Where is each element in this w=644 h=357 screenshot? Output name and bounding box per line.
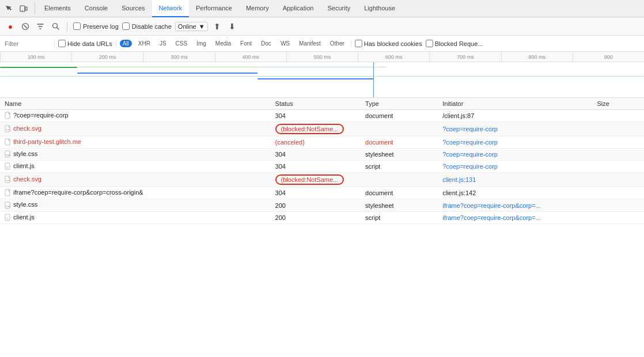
cell-name-4[interactable]: JSclient.js [0, 161, 271, 173]
cell-status-0: 304 [271, 110, 361, 122]
cell-status-2: (canceled) [271, 136, 361, 149]
cell-name-6[interactable]: iframe?coep=require-corp&corp=cross-orig… [0, 187, 271, 199]
file-icon: CSS [5, 201, 13, 208]
blocked-badge: (blocked:NotSame... [275, 124, 344, 134]
filter-type-all[interactable]: All [120, 40, 132, 47]
col-size[interactable]: Size [593, 98, 644, 110]
cell-initiator-3[interactable]: ?coep=require-corp [438, 149, 592, 161]
filter-type-media[interactable]: Media [213, 40, 234, 47]
tab-performance[interactable]: Performance [189, 0, 239, 17]
filter-type-js[interactable]: JS [157, 40, 169, 47]
svg-text:SVG: SVG [6, 179, 10, 182]
chevron-down-icon: ▼ [199, 23, 205, 30]
cell-initiator-5[interactable]: client.js:131 [438, 173, 592, 187]
search-icon[interactable] [50, 21, 61, 32]
upload-button[interactable]: ⬆ [211, 21, 223, 32]
tab-network[interactable]: Network [152, 0, 189, 17]
cell-name-1[interactable]: SVGcheck.svg [0, 122, 271, 136]
table-row: third-party-test.glitch.me(canceled)docu… [0, 136, 644, 149]
cell-type-3: stylesheet [361, 149, 438, 161]
cell-status-1: (blocked:NotSame... [271, 122, 361, 136]
tab-console[interactable]: Console [78, 0, 115, 17]
cell-status-5: (blocked:NotSame... [271, 173, 361, 187]
toolbar-sep-1 [67, 22, 67, 31]
cell-initiator-4[interactable]: ?coep=require-corp [438, 161, 592, 173]
cell-size-0 [593, 110, 644, 122]
tab-elements[interactable]: Elements [37, 0, 78, 17]
cell-name-8[interactable]: JSclient.js [0, 211, 271, 223]
filter-type-font[interactable]: Font [237, 40, 255, 47]
filter-icon[interactable] [35, 21, 46, 32]
cell-name-2[interactable]: third-party-test.glitch.me [0, 136, 271, 149]
cell-size-4 [593, 161, 644, 173]
svg-rect-10 [5, 139, 10, 145]
col-name[interactable]: Name [0, 98, 271, 110]
filter-type-doc[interactable]: Doc [258, 40, 274, 47]
waterfall-bar-2 [0, 67, 387, 67]
tab-lighthouse[interactable]: Lighthouse [357, 0, 402, 17]
network-table-container[interactable]: Name Status Type Initiator Size ?coep=re… [0, 98, 644, 357]
has-blocked-cookies-label[interactable]: Has blocked cookies [355, 40, 422, 47]
tick-700ms: 700 ms [429, 52, 501, 62]
cell-initiator-0: /client.js:87 [438, 110, 592, 122]
filter-input[interactable] [5, 40, 51, 47]
record-button[interactable]: ● [5, 21, 16, 32]
cell-size-6 [593, 187, 644, 199]
cell-type-1 [361, 122, 438, 136]
filter-type-other[interactable]: Other [327, 40, 347, 47]
has-blocked-cookies-checkbox[interactable] [355, 40, 362, 47]
col-type[interactable]: Type [361, 98, 438, 110]
download-button[interactable]: ⬇ [226, 21, 238, 32]
filter-type-manifest[interactable]: Manifest [296, 40, 324, 47]
cell-type-2: document [361, 136, 438, 149]
blocked-requests-checkbox[interactable] [426, 40, 433, 47]
cell-name-0[interactable]: ?coep=require-corp [0, 110, 271, 122]
cell-initiator-8[interactable]: iframe?coep=require-corp&corp=... [438, 211, 592, 223]
tab-security[interactable]: Security [320, 0, 357, 17]
tab-memory[interactable]: Memory [239, 0, 276, 17]
col-initiator[interactable]: Initiator [438, 98, 592, 110]
cell-initiator-7[interactable]: iframe?coep=require-corp&corp=... [438, 199, 592, 211]
waterfall-bar-5 [257, 78, 373, 79]
network-table: Name Status Type Initiator Size ?coep=re… [0, 98, 644, 224]
timeline-ruler: 100 ms 200 ms 300 ms 400 ms 500 ms 600 m… [0, 52, 644, 62]
svg-point-2 [22, 10, 23, 11]
cell-status-4: 304 [271, 161, 361, 173]
hide-data-urls-label[interactable]: Hide data URLs [58, 40, 112, 47]
cell-size-5 [593, 173, 644, 187]
filter-type-xhr[interactable]: XHR [135, 40, 153, 47]
throttle-select[interactable]: Online ▼ [175, 22, 208, 31]
filter-type-ws[interactable]: WS [278, 40, 293, 47]
filter-type-img[interactable]: Img [194, 40, 209, 47]
tab-sources[interactable]: Sources [115, 0, 151, 17]
filter-sep-3 [351, 40, 351, 48]
cell-initiator-2[interactable]: ?coep=require-corp [438, 136, 592, 149]
svg-line-4 [24, 25, 27, 28]
clear-button[interactable] [20, 21, 31, 32]
cell-initiator-1[interactable]: ?coep=require-corp [438, 122, 592, 136]
cell-name-7[interactable]: CSSstyle.css [0, 199, 271, 211]
tab-application[interactable]: Application [276, 0, 321, 17]
cell-type-8: script [361, 211, 438, 223]
table-row: CSSstyle.css304stylesheet?coep=require-c… [0, 149, 644, 161]
svg-rect-17 [5, 189, 10, 196]
preserve-log-label[interactable]: Preserve log [73, 22, 119, 30]
disable-cache-label[interactable]: Disable cache [122, 22, 172, 30]
blocked-requests-label[interactable]: Blocked Reque... [426, 40, 483, 47]
cell-name-3[interactable]: CSSstyle.css [0, 149, 271, 161]
device-icon[interactable] [17, 2, 30, 15]
table-row: SVGcheck.svg(blocked:NotSame...?coep=req… [0, 122, 644, 136]
svg-text:CSS: CSS [6, 154, 11, 157]
tick-600ms: 600 ms [358, 52, 429, 62]
disable-cache-checkbox[interactable] [122, 22, 130, 30]
preserve-log-checkbox[interactable] [73, 22, 81, 30]
table-row: iframe?coep=require-corp&corp=cross-orig… [0, 187, 644, 199]
inspect-icon[interactable] [2, 2, 15, 15]
filter-type-css[interactable]: CSS [173, 40, 191, 47]
table-row: SVGcheck.svg(blocked:NotSame...client.js… [0, 173, 644, 187]
hide-data-urls-checkbox[interactable] [58, 40, 66, 47]
cell-status-8: 200 [271, 211, 361, 223]
network-toolbar: ● Preserve log Disable cache Online ▼ ⬆ … [0, 17, 644, 36]
cell-name-5[interactable]: SVGcheck.svg [0, 173, 271, 187]
col-status[interactable]: Status [271, 98, 361, 110]
